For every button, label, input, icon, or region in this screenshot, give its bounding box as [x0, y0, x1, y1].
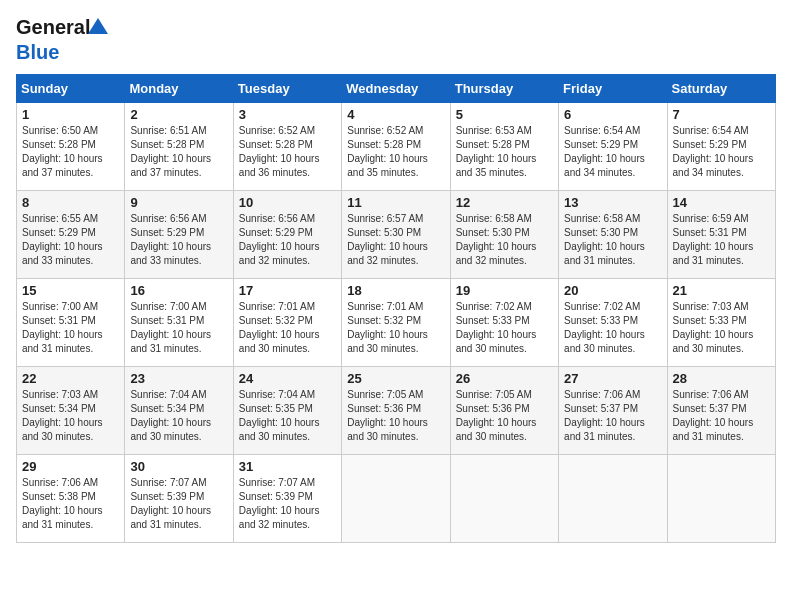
calendar-cell: 17Sunrise: 7:01 AMSunset: 5:32 PMDayligh…	[233, 279, 341, 367]
day-number: 10	[239, 195, 336, 210]
calendar-cell: 10Sunrise: 6:56 AMSunset: 5:29 PMDayligh…	[233, 191, 341, 279]
calendar-cell: 11Sunrise: 6:57 AMSunset: 5:30 PMDayligh…	[342, 191, 450, 279]
calendar-cell: 16Sunrise: 7:00 AMSunset: 5:31 PMDayligh…	[125, 279, 233, 367]
day-info: Sunrise: 7:07 AMSunset: 5:39 PMDaylight:…	[239, 476, 336, 532]
calendar-cell: 21Sunrise: 7:03 AMSunset: 5:33 PMDayligh…	[667, 279, 775, 367]
day-info: Sunrise: 7:06 AMSunset: 5:37 PMDaylight:…	[564, 388, 661, 444]
day-info: Sunrise: 6:56 AMSunset: 5:29 PMDaylight:…	[239, 212, 336, 268]
day-info: Sunrise: 6:52 AMSunset: 5:28 PMDaylight:…	[347, 124, 444, 180]
day-info: Sunrise: 7:04 AMSunset: 5:34 PMDaylight:…	[130, 388, 227, 444]
calendar-cell: 19Sunrise: 7:02 AMSunset: 5:33 PMDayligh…	[450, 279, 558, 367]
day-number: 31	[239, 459, 336, 474]
day-number: 3	[239, 107, 336, 122]
logo-blue: Blue	[16, 41, 59, 64]
day-number: 4	[347, 107, 444, 122]
day-number: 28	[673, 371, 770, 386]
weekday-header-thursday: Thursday	[450, 75, 558, 103]
day-number: 19	[456, 283, 553, 298]
day-info: Sunrise: 7:03 AMSunset: 5:34 PMDaylight:…	[22, 388, 119, 444]
day-info: Sunrise: 7:05 AMSunset: 5:36 PMDaylight:…	[456, 388, 553, 444]
day-number: 23	[130, 371, 227, 386]
day-info: Sunrise: 7:00 AMSunset: 5:31 PMDaylight:…	[22, 300, 119, 356]
day-info: Sunrise: 7:00 AMSunset: 5:31 PMDaylight:…	[130, 300, 227, 356]
day-info: Sunrise: 6:53 AMSunset: 5:28 PMDaylight:…	[456, 124, 553, 180]
day-number: 9	[130, 195, 227, 210]
day-number: 15	[22, 283, 119, 298]
weekday-header-saturday: Saturday	[667, 75, 775, 103]
day-info: Sunrise: 6:54 AMSunset: 5:29 PMDaylight:…	[564, 124, 661, 180]
weekday-header-tuesday: Tuesday	[233, 75, 341, 103]
day-number: 11	[347, 195, 444, 210]
calendar-cell	[667, 455, 775, 543]
calendar-cell: 23Sunrise: 7:04 AMSunset: 5:34 PMDayligh…	[125, 367, 233, 455]
weekday-header-monday: Monday	[125, 75, 233, 103]
calendar-body: 1Sunrise: 6:50 AMSunset: 5:28 PMDaylight…	[17, 103, 776, 543]
day-info: Sunrise: 7:03 AMSunset: 5:33 PMDaylight:…	[673, 300, 770, 356]
logo-arrow-icon	[88, 18, 108, 34]
day-info: Sunrise: 7:07 AMSunset: 5:39 PMDaylight:…	[130, 476, 227, 532]
calendar-cell: 29Sunrise: 7:06 AMSunset: 5:38 PMDayligh…	[17, 455, 125, 543]
calendar-cell: 15Sunrise: 7:00 AMSunset: 5:31 PMDayligh…	[17, 279, 125, 367]
calendar-cell: 26Sunrise: 7:05 AMSunset: 5:36 PMDayligh…	[450, 367, 558, 455]
calendar-cell: 22Sunrise: 7:03 AMSunset: 5:34 PMDayligh…	[17, 367, 125, 455]
calendar-week-4: 22Sunrise: 7:03 AMSunset: 5:34 PMDayligh…	[17, 367, 776, 455]
day-number: 2	[130, 107, 227, 122]
day-number: 27	[564, 371, 661, 386]
day-number: 12	[456, 195, 553, 210]
logo-general: General	[16, 16, 90, 38]
calendar-cell: 12Sunrise: 6:58 AMSunset: 5:30 PMDayligh…	[450, 191, 558, 279]
calendar-week-2: 8Sunrise: 6:55 AMSunset: 5:29 PMDaylight…	[17, 191, 776, 279]
calendar-cell: 25Sunrise: 7:05 AMSunset: 5:36 PMDayligh…	[342, 367, 450, 455]
day-number: 6	[564, 107, 661, 122]
day-info: Sunrise: 7:06 AMSunset: 5:37 PMDaylight:…	[673, 388, 770, 444]
calendar-cell: 30Sunrise: 7:07 AMSunset: 5:39 PMDayligh…	[125, 455, 233, 543]
day-number: 14	[673, 195, 770, 210]
calendar-cell: 14Sunrise: 6:59 AMSunset: 5:31 PMDayligh…	[667, 191, 775, 279]
calendar-cell: 7Sunrise: 6:54 AMSunset: 5:29 PMDaylight…	[667, 103, 775, 191]
day-info: Sunrise: 7:04 AMSunset: 5:35 PMDaylight:…	[239, 388, 336, 444]
day-info: Sunrise: 6:58 AMSunset: 5:30 PMDaylight:…	[564, 212, 661, 268]
day-info: Sunrise: 6:52 AMSunset: 5:28 PMDaylight:…	[239, 124, 336, 180]
day-info: Sunrise: 7:02 AMSunset: 5:33 PMDaylight:…	[564, 300, 661, 356]
calendar-cell: 28Sunrise: 7:06 AMSunset: 5:37 PMDayligh…	[667, 367, 775, 455]
calendar-cell: 18Sunrise: 7:01 AMSunset: 5:32 PMDayligh…	[342, 279, 450, 367]
day-number: 21	[673, 283, 770, 298]
calendar-cell: 2Sunrise: 6:51 AMSunset: 5:28 PMDaylight…	[125, 103, 233, 191]
day-number: 13	[564, 195, 661, 210]
day-number: 7	[673, 107, 770, 122]
day-info: Sunrise: 6:54 AMSunset: 5:29 PMDaylight:…	[673, 124, 770, 180]
day-info: Sunrise: 7:05 AMSunset: 5:36 PMDaylight:…	[347, 388, 444, 444]
day-number: 18	[347, 283, 444, 298]
logo: General Blue	[16, 16, 90, 64]
day-info: Sunrise: 6:50 AMSunset: 5:28 PMDaylight:…	[22, 124, 119, 180]
weekday-header-wednesday: Wednesday	[342, 75, 450, 103]
day-number: 26	[456, 371, 553, 386]
day-number: 25	[347, 371, 444, 386]
calendar-cell: 9Sunrise: 6:56 AMSunset: 5:29 PMDaylight…	[125, 191, 233, 279]
calendar-cell	[559, 455, 667, 543]
calendar-week-1: 1Sunrise: 6:50 AMSunset: 5:28 PMDaylight…	[17, 103, 776, 191]
calendar-cell: 24Sunrise: 7:04 AMSunset: 5:35 PMDayligh…	[233, 367, 341, 455]
weekday-header-sunday: Sunday	[17, 75, 125, 103]
day-info: Sunrise: 6:51 AMSunset: 5:28 PMDaylight:…	[130, 124, 227, 180]
day-info: Sunrise: 7:01 AMSunset: 5:32 PMDaylight:…	[239, 300, 336, 356]
calendar-cell: 5Sunrise: 6:53 AMSunset: 5:28 PMDaylight…	[450, 103, 558, 191]
day-info: Sunrise: 6:59 AMSunset: 5:31 PMDaylight:…	[673, 212, 770, 268]
calendar-cell: 6Sunrise: 6:54 AMSunset: 5:29 PMDaylight…	[559, 103, 667, 191]
day-info: Sunrise: 7:01 AMSunset: 5:32 PMDaylight:…	[347, 300, 444, 356]
calendar-cell: 31Sunrise: 7:07 AMSunset: 5:39 PMDayligh…	[233, 455, 341, 543]
calendar-header-row: SundayMondayTuesdayWednesdayThursdayFrid…	[17, 75, 776, 103]
day-number: 20	[564, 283, 661, 298]
day-number: 1	[22, 107, 119, 122]
day-number: 5	[456, 107, 553, 122]
day-info: Sunrise: 7:06 AMSunset: 5:38 PMDaylight:…	[22, 476, 119, 532]
calendar-cell: 13Sunrise: 6:58 AMSunset: 5:30 PMDayligh…	[559, 191, 667, 279]
day-number: 22	[22, 371, 119, 386]
calendar-cell: 8Sunrise: 6:55 AMSunset: 5:29 PMDaylight…	[17, 191, 125, 279]
weekday-header-friday: Friday	[559, 75, 667, 103]
day-number: 16	[130, 283, 227, 298]
day-info: Sunrise: 6:57 AMSunset: 5:30 PMDaylight:…	[347, 212, 444, 268]
calendar-cell: 20Sunrise: 7:02 AMSunset: 5:33 PMDayligh…	[559, 279, 667, 367]
calendar-cell: 27Sunrise: 7:06 AMSunset: 5:37 PMDayligh…	[559, 367, 667, 455]
day-info: Sunrise: 6:56 AMSunset: 5:29 PMDaylight:…	[130, 212, 227, 268]
